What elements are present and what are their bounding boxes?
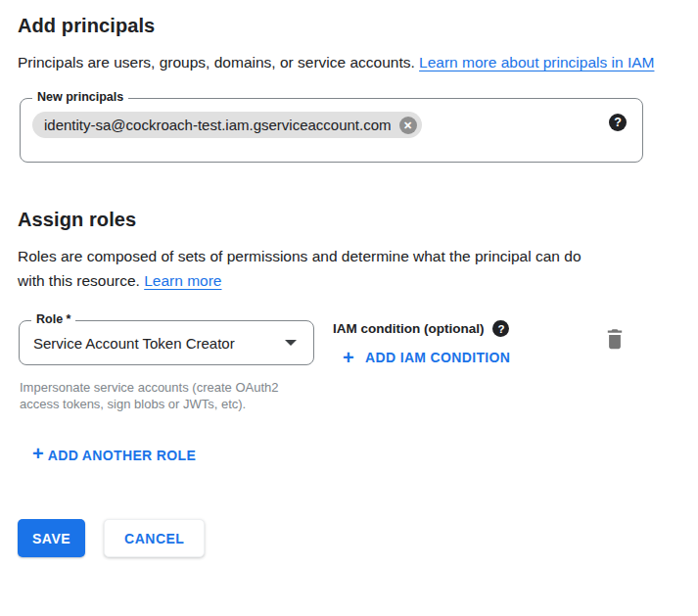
assign-roles-title: Assign roles <box>18 208 680 231</box>
trash-icon <box>605 328 625 350</box>
roles-description-text: Roles are composed of sets of permission… <box>18 248 582 289</box>
dropdown-arrow-icon <box>285 340 297 346</box>
principal-chip: identity-sa@cockroach-test.iam.gservicea… <box>32 112 422 138</box>
page-title: Add principals <box>18 14 680 37</box>
principals-description: Principals are users, groups, domains, o… <box>18 50 660 74</box>
iam-condition-label: IAM condition (optional) <box>333 321 484 336</box>
cancel-icon: ✕ <box>403 117 412 134</box>
dialog-footer: SAVE CANCEL <box>18 519 680 557</box>
principals-help-icon[interactable]: ? <box>609 114 627 131</box>
learn-more-principals-link[interactable]: Learn more about principals in IAM <box>419 54 654 71</box>
principal-chip-label: identity-sa@cockroach-test.iam.gservicea… <box>44 117 392 133</box>
role-column: Role * Service Account Token Creator Imp… <box>18 320 333 412</box>
roles-description: Roles are composed of sets of permission… <box>18 244 605 293</box>
role-label: Role * <box>31 312 75 327</box>
role-assignment-row: Role * Service Account Token Creator Imp… <box>18 320 680 412</box>
role-helper-text: Impersonate service accounts (create OAu… <box>20 379 313 412</box>
new-principals-label: New principals <box>32 90 128 105</box>
add-another-role-button[interactable]: + ADD ANOTHER ROLE <box>32 446 196 463</box>
new-principals-field[interactable]: New principals identity-sa@cockroach-tes… <box>20 98 643 163</box>
plus-icon: + <box>32 443 44 464</box>
add-principals-panel: Add principals Principals are users, gro… <box>0 0 698 557</box>
add-iam-condition-label: ADD IAM CONDITION <box>365 350 510 365</box>
principals-description-text: Principals are users, groups, domains, o… <box>18 54 419 71</box>
role-selected-value: Service Account Token Creator <box>33 335 285 352</box>
iam-condition-help-icon[interactable]: ? <box>492 320 509 337</box>
chip-remove-button[interactable]: ✕ <box>399 117 417 134</box>
add-iam-condition-button[interactable]: + ADD IAM CONDITION <box>343 350 510 365</box>
add-another-role-label: ADD ANOTHER ROLE <box>48 448 196 463</box>
cancel-button[interactable]: CANCEL <box>104 519 205 557</box>
plus-icon: + <box>343 350 354 365</box>
delete-role-button[interactable] <box>605 328 627 350</box>
role-dropdown[interactable]: Role * Service Account Token Creator <box>19 320 314 365</box>
iam-condition-column: IAM condition (optional) ? + ADD IAM CON… <box>333 320 510 368</box>
save-button[interactable]: SAVE <box>18 519 85 557</box>
iam-condition-label-row: IAM condition (optional) ? <box>333 320 510 337</box>
learn-more-roles-link[interactable]: Learn more <box>144 272 221 289</box>
